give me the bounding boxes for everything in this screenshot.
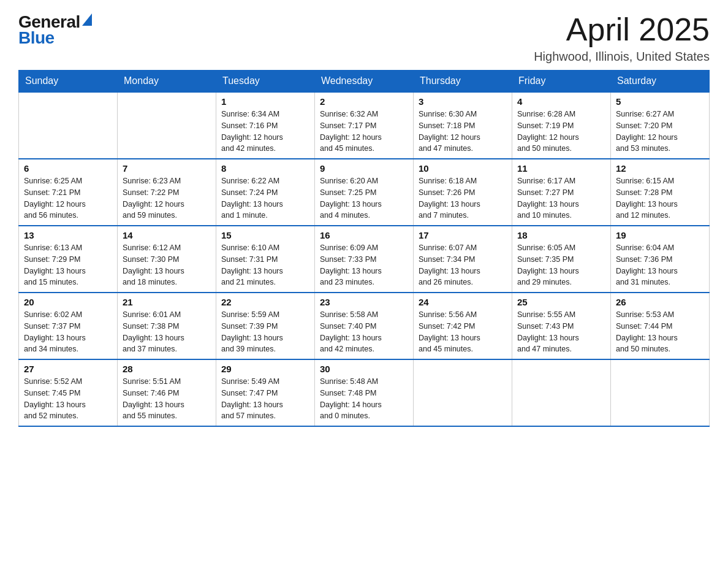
calendar-cell	[512, 359, 611, 426]
day-number: 7	[123, 163, 211, 174]
day-info: Sunrise: 6:30 AMSunset: 7:18 PMDaylight:…	[419, 109, 507, 155]
calendar-cell	[118, 92, 216, 159]
day-info: Sunrise: 6:01 AMSunset: 7:38 PMDaylight:…	[123, 309, 211, 355]
calendar-cell	[19, 92, 118, 159]
day-info: Sunrise: 6:02 AMSunset: 7:37 PMDaylight:…	[24, 309, 112, 355]
day-info: Sunrise: 6:17 AMSunset: 7:27 PMDaylight:…	[517, 175, 605, 221]
day-info: Sunrise: 5:58 AMSunset: 7:40 PMDaylight:…	[320, 309, 408, 355]
calendar-cell: 22Sunrise: 5:59 AMSunset: 7:39 PMDayligh…	[216, 293, 315, 359]
calendar-cell: 28Sunrise: 5:51 AMSunset: 7:46 PMDayligh…	[118, 359, 216, 426]
day-info: Sunrise: 6:34 AMSunset: 7:16 PMDaylight:…	[221, 109, 309, 155]
calendar-cell: 30Sunrise: 5:48 AMSunset: 7:48 PMDayligh…	[315, 359, 414, 426]
day-info: Sunrise: 5:55 AMSunset: 7:43 PMDaylight:…	[517, 309, 605, 355]
calendar-cell: 9Sunrise: 6:20 AMSunset: 7:25 PMDaylight…	[315, 159, 414, 226]
calendar-cell: 17Sunrise: 6:07 AMSunset: 7:34 PMDayligh…	[414, 226, 512, 293]
calendar-cell: 7Sunrise: 6:23 AMSunset: 7:22 PMDaylight…	[118, 159, 216, 226]
day-number: 20	[24, 297, 112, 307]
weekday-header-monday: Monday	[118, 71, 216, 93]
calendar-cell: 4Sunrise: 6:28 AMSunset: 7:19 PMDaylight…	[512, 92, 611, 159]
day-info: Sunrise: 6:10 AMSunset: 7:31 PMDaylight:…	[221, 242, 309, 288]
day-info: Sunrise: 6:27 AMSunset: 7:20 PMDaylight:…	[616, 109, 704, 155]
day-number: 13	[24, 230, 112, 240]
day-number: 3	[419, 96, 507, 107]
calendar-cell: 14Sunrise: 6:12 AMSunset: 7:30 PMDayligh…	[118, 226, 216, 293]
day-number: 9	[320, 163, 408, 174]
day-number: 28	[123, 364, 211, 374]
day-info: Sunrise: 6:18 AMSunset: 7:26 PMDaylight:…	[419, 175, 507, 221]
weekday-header-sunday: Sunday	[19, 71, 118, 93]
calendar-table: SundayMondayTuesdayWednesdayThursdayFrid…	[18, 70, 710, 427]
calendar-cell: 15Sunrise: 6:10 AMSunset: 7:31 PMDayligh…	[216, 226, 315, 293]
calendar-cell: 11Sunrise: 6:17 AMSunset: 7:27 PMDayligh…	[512, 159, 611, 226]
calendar-cell	[414, 359, 512, 426]
calendar-cell: 21Sunrise: 6:01 AMSunset: 7:38 PMDayligh…	[118, 293, 216, 359]
day-number: 29	[221, 364, 309, 374]
day-info: Sunrise: 5:51 AMSunset: 7:46 PMDaylight:…	[123, 376, 211, 422]
calendar-cell: 12Sunrise: 6:15 AMSunset: 7:28 PMDayligh…	[611, 159, 710, 226]
day-info: Sunrise: 6:12 AMSunset: 7:30 PMDaylight:…	[123, 242, 211, 288]
day-number: 25	[517, 297, 605, 307]
day-info: Sunrise: 6:09 AMSunset: 7:33 PMDaylight:…	[320, 242, 408, 288]
day-info: Sunrise: 6:32 AMSunset: 7:17 PMDaylight:…	[320, 109, 408, 155]
day-number: 10	[419, 163, 507, 174]
day-info: Sunrise: 6:23 AMSunset: 7:22 PMDaylight:…	[123, 175, 211, 221]
day-info: Sunrise: 6:15 AMSunset: 7:28 PMDaylight:…	[616, 175, 704, 221]
calendar-cell: 6Sunrise: 6:25 AMSunset: 7:21 PMDaylight…	[19, 159, 118, 226]
day-number: 21	[123, 297, 211, 307]
calendar-week-row: 13Sunrise: 6:13 AMSunset: 7:29 PMDayligh…	[19, 226, 710, 293]
day-info: Sunrise: 5:48 AMSunset: 7:48 PMDaylight:…	[320, 376, 408, 422]
day-number: 2	[320, 96, 408, 107]
calendar-cell: 19Sunrise: 6:04 AMSunset: 7:36 PMDayligh…	[611, 226, 710, 293]
calendar-cell: 26Sunrise: 5:53 AMSunset: 7:44 PMDayligh…	[611, 293, 710, 359]
logo-blue-text: Blue	[18, 28, 55, 48]
calendar-cell: 3Sunrise: 6:30 AMSunset: 7:18 PMDaylight…	[414, 92, 512, 159]
day-number: 17	[419, 230, 507, 240]
logo-triangle-icon	[82, 13, 92, 26]
day-info: Sunrise: 6:20 AMSunset: 7:25 PMDaylight:…	[320, 175, 408, 221]
weekday-header-wednesday: Wednesday	[315, 71, 414, 93]
day-info: Sunrise: 6:07 AMSunset: 7:34 PMDaylight:…	[419, 242, 507, 288]
day-number: 12	[616, 163, 704, 174]
calendar-week-row: 1Sunrise: 6:34 AMSunset: 7:16 PMDaylight…	[19, 92, 710, 159]
day-number: 6	[24, 163, 112, 174]
day-info: Sunrise: 6:25 AMSunset: 7:21 PMDaylight:…	[24, 175, 112, 221]
day-info: Sunrise: 5:56 AMSunset: 7:42 PMDaylight:…	[419, 309, 507, 355]
day-number: 23	[320, 297, 408, 307]
month-title: April 2025	[534, 12, 710, 47]
logo: General Blue	[18, 12, 92, 48]
day-info: Sunrise: 5:59 AMSunset: 7:39 PMDaylight:…	[221, 309, 309, 355]
day-info: Sunrise: 5:49 AMSunset: 7:47 PMDaylight:…	[221, 376, 309, 422]
weekday-header-saturday: Saturday	[611, 71, 710, 93]
day-number: 22	[221, 297, 309, 307]
day-info: Sunrise: 6:22 AMSunset: 7:24 PMDaylight:…	[221, 175, 309, 221]
day-info: Sunrise: 6:28 AMSunset: 7:19 PMDaylight:…	[517, 109, 605, 155]
calendar-cell: 2Sunrise: 6:32 AMSunset: 7:17 PMDaylight…	[315, 92, 414, 159]
day-number: 19	[616, 230, 704, 240]
day-number: 5	[616, 96, 704, 107]
day-number: 14	[123, 230, 211, 240]
day-number: 15	[221, 230, 309, 240]
day-number: 30	[320, 364, 408, 374]
day-number: 16	[320, 230, 408, 240]
day-info: Sunrise: 5:53 AMSunset: 7:44 PMDaylight:…	[616, 309, 704, 355]
calendar-cell: 20Sunrise: 6:02 AMSunset: 7:37 PMDayligh…	[19, 293, 118, 359]
calendar-cell	[611, 359, 710, 426]
day-info: Sunrise: 6:13 AMSunset: 7:29 PMDaylight:…	[24, 242, 112, 288]
weekday-header-friday: Friday	[512, 71, 611, 93]
calendar-cell: 29Sunrise: 5:49 AMSunset: 7:47 PMDayligh…	[216, 359, 315, 426]
day-info: Sunrise: 6:04 AMSunset: 7:36 PMDaylight:…	[616, 242, 704, 288]
calendar-week-row: 6Sunrise: 6:25 AMSunset: 7:21 PMDaylight…	[19, 159, 710, 226]
day-info: Sunrise: 5:52 AMSunset: 7:45 PMDaylight:…	[24, 376, 112, 422]
page-header: General Blue April 2025 Highwood, Illino…	[18, 12, 710, 64]
weekday-header-row: SundayMondayTuesdayWednesdayThursdayFrid…	[19, 71, 710, 93]
day-number: 24	[419, 297, 507, 307]
day-number: 4	[517, 96, 605, 107]
calendar-cell: 1Sunrise: 6:34 AMSunset: 7:16 PMDaylight…	[216, 92, 315, 159]
day-number: 8	[221, 163, 309, 174]
calendar-week-row: 27Sunrise: 5:52 AMSunset: 7:45 PMDayligh…	[19, 359, 710, 426]
weekday-header-tuesday: Tuesday	[216, 71, 315, 93]
day-number: 11	[517, 163, 605, 174]
calendar-cell: 24Sunrise: 5:56 AMSunset: 7:42 PMDayligh…	[414, 293, 512, 359]
calendar-cell: 5Sunrise: 6:27 AMSunset: 7:20 PMDaylight…	[611, 92, 710, 159]
title-area: April 2025 Highwood, Illinois, United St…	[534, 12, 710, 64]
